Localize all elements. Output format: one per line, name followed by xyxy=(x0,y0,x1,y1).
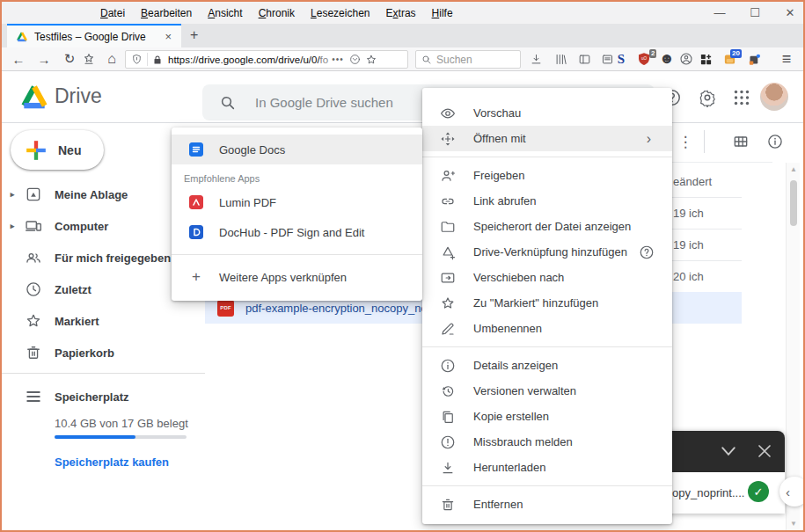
mask-icon[interactable]: ☻ xyxy=(657,47,677,70)
menu-item-missbrauch-melden[interactable]: Missbrauch melden xyxy=(422,429,672,455)
sidebar-label: Computer xyxy=(55,220,108,233)
plus-icon: + xyxy=(189,268,203,286)
maximize-button[interactable]: ☐ xyxy=(749,6,761,19)
submenu-item-weitere-apps[interactable]: + Weitere Apps verknüpfen xyxy=(172,262,422,292)
file-row[interactable]: 19 ich xyxy=(673,238,704,251)
menu-ansicht[interactable]: Ansicht xyxy=(200,4,250,22)
open-with-submenu: Google Docs Empfohlene Apps Lumin PDF Do… xyxy=(172,128,422,301)
menu-bearbeiten[interactable]: Bearbeiten xyxy=(133,4,200,22)
new-button[interactable]: Neu xyxy=(11,130,104,170)
account-icon[interactable] xyxy=(677,47,696,70)
search-placeholder: Suchen xyxy=(436,54,472,66)
more-actions-icon[interactable]: ⋮ xyxy=(672,128,699,155)
info-panel-icon[interactable] xyxy=(762,128,788,155)
svg-text:uO: uO xyxy=(641,56,648,61)
bookmarks-library-icon[interactable] xyxy=(79,47,99,70)
person-add-icon xyxy=(440,168,456,184)
menu-label: Herunterladen xyxy=(473,461,545,474)
menu-item-verschieben-nach[interactable]: Verschieben nach xyxy=(422,265,672,290)
sidebar-item-starred[interactable]: Markiert xyxy=(0,305,202,337)
menu-hilfe[interactable]: Hilfe xyxy=(424,4,461,22)
window-controls: — ☐ ✕ xyxy=(714,2,796,24)
back-button[interactable]: ← xyxy=(9,47,28,70)
close-window-button[interactable]: ✕ xyxy=(784,6,796,19)
google-apps-grid-icon[interactable] xyxy=(728,84,756,112)
file-context-menu: Vorschau Öffnen mit › Freigeben Link abr… xyxy=(422,88,672,524)
s-extension-icon[interactable]: S xyxy=(612,47,630,70)
menu-item-drive-verknuepfung[interactable]: Drive-Verknüpfung hinzufügen xyxy=(422,239,672,265)
menu-item-details-anzeigen[interactable]: Details anzeigen xyxy=(422,353,672,378)
menu-extras[interactable]: Extras xyxy=(378,4,424,22)
menu-item-vorschau[interactable]: Vorschau xyxy=(422,100,672,126)
hamburger-menu-icon[interactable]: ≡ xyxy=(776,47,797,70)
menu-item-speicherort-anzeigen[interactable]: Speicherort der Datei anzeigen xyxy=(422,214,672,239)
menu-item-entfernen[interactable]: Entfernen xyxy=(422,492,672,517)
drive-search-icon xyxy=(220,95,236,111)
drive-search-placeholder: In Google Drive suchen xyxy=(255,95,393,110)
new-tab-button[interactable]: + xyxy=(190,27,198,43)
search-input[interactable]: Suchen xyxy=(415,50,521,69)
menu-item-link-abrufen[interactable]: Link abrufen xyxy=(422,188,672,214)
drive-logo-icon[interactable] xyxy=(19,83,49,110)
tab-close-icon[interactable]: × xyxy=(162,30,174,43)
forward-button[interactable]: → xyxy=(34,47,54,70)
tab-testfiles[interactable]: Testfiles – Google Drive × xyxy=(7,24,181,47)
submenu-item-google-docs[interactable]: Google Docs xyxy=(172,135,422,164)
side-panel-toggle[interactable]: ‹ xyxy=(779,477,805,506)
page-actions-icon[interactable]: ••• xyxy=(332,55,344,64)
menu-item-versionen-verwalten[interactable]: Versionen verwalten xyxy=(422,378,672,404)
menu-item-freigeben[interactable]: Freigeben xyxy=(422,163,672,188)
scrollbar-thumb[interactable] xyxy=(790,180,797,226)
menu-separator xyxy=(422,157,672,157)
account-avatar[interactable] xyxy=(760,83,788,111)
menu-datei[interactable]: Datei xyxy=(92,4,133,22)
downloads-icon[interactable] xyxy=(526,47,545,70)
star-icon xyxy=(440,295,456,311)
menu-item-umbenennen[interactable]: Umbenennen xyxy=(422,316,672,341)
help-circle-icon[interactable] xyxy=(639,244,655,260)
file-row[interactable]: 19 ich xyxy=(673,207,704,220)
menu-item-oeffnen-mit[interactable]: Öffnen mit › xyxy=(422,126,672,151)
tracking-shield-icon[interactable] xyxy=(131,54,143,65)
reload-button[interactable]: ↻ xyxy=(60,47,79,70)
submenu-label: Google Docs xyxy=(219,143,285,157)
pocket-icon[interactable] xyxy=(349,54,361,65)
menu-lesezeichen[interactable]: Lesezeichen xyxy=(303,4,377,22)
sidebars-icon[interactable] xyxy=(574,47,594,70)
menu-item-zu-markiert[interactable]: Zu "Markiert" hinzufügen xyxy=(422,290,672,316)
home-button[interactable]: ⌂ xyxy=(101,47,122,70)
submenu-item-dochub[interactable]: DocHub - PDF Sign and Edit xyxy=(172,217,422,247)
info-icon xyxy=(440,358,456,374)
url-bar[interactable]: https://drive.google.com/drive/u/0/fo ••… xyxy=(125,50,408,69)
menu-item-herunterladen[interactable]: Herunterladen xyxy=(422,455,672,480)
content-scrollbar[interactable]: ▲ ▼ xyxy=(786,163,800,530)
settings-gear-icon[interactable] xyxy=(693,84,721,112)
close-panel-icon[interactable] xyxy=(757,443,772,459)
collapse-chevron-icon[interactable] xyxy=(720,446,737,457)
minimize-button[interactable]: — xyxy=(714,6,726,19)
lock-icon[interactable] xyxy=(152,55,163,65)
sidebar-item-trash[interactable]: Papierkorb xyxy=(0,337,202,368)
last-modified-column-header[interactable]: eändert xyxy=(673,175,712,188)
squares-plus-icon[interactable] xyxy=(696,47,715,70)
folder-icon xyxy=(440,219,456,235)
library-icon[interactable] xyxy=(551,47,570,70)
buy-storage-link[interactable]: Speicherplatz kaufen xyxy=(55,455,169,469)
menu-label: Versionen verwalten xyxy=(473,384,576,397)
menu-chronik[interactable]: Chronik xyxy=(251,4,303,22)
scroll-down-arrow[interactable]: ▼ xyxy=(787,520,801,528)
scroll-up-arrow[interactable]: ▲ xyxy=(787,165,801,173)
menu-item-kopie-erstellen[interactable]: Kopie erstellen xyxy=(422,404,672,429)
grid-view-icon[interactable] xyxy=(728,128,754,155)
storage-usage-text: 10.4 GB von 17 GB belegt xyxy=(55,417,188,430)
file-row[interactable]: 20 ich xyxy=(673,270,704,283)
bookmark-star-icon[interactable] xyxy=(365,54,377,66)
submenu-item-lumin-pdf[interactable]: Lumin PDF xyxy=(172,187,422,217)
menu-label: Link abrufen xyxy=(473,194,537,208)
link-icon xyxy=(440,193,456,209)
menu-label: Vorschau xyxy=(473,106,521,120)
puzzle-extension-icon[interactable] xyxy=(744,47,764,70)
expand-caret-icon[interactable]: ▸ xyxy=(0,190,25,199)
sidebar-item-storage[interactable]: Speicherplatz xyxy=(0,381,202,412)
expand-caret-icon[interactable]: ▸ xyxy=(0,222,25,230)
